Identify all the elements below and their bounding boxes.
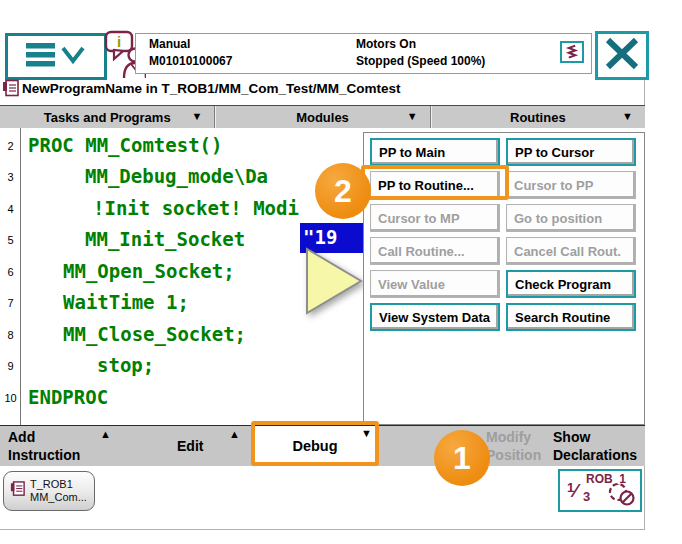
program-editor-icon [10,479,25,503]
chevron-up-icon: ▲ [100,428,111,440]
chevron-down-icon: ▼ [191,110,202,122]
show-declarations-menu[interactable]: Show Declarations [553,428,658,464]
chevron-up-icon: ▲ [229,428,240,440]
hamburger-menu-icon [25,41,87,73]
code-line[interactable]: MM_Close_Socket; [63,323,246,345]
task-name: T_ROB1 [30,478,73,490]
breadcrumb: NewProgramName in T_ROB1/MM_Com_Test/MM_… [22,81,401,96]
line-number: 8 [2,329,19,341]
code-line[interactable]: MM_Debug_mode\Da [85,165,268,187]
line-number: 2 [2,140,19,152]
program-editor-icon [2,79,19,98]
edit-menu[interactable]: Edit [177,437,203,455]
quickset-icon[interactable] [560,41,584,63]
task-program-taskbar-button[interactable]: T_ROB1 MM_Com... [3,471,95,511]
add-instruction-menu[interactable]: Add Instruction [8,428,103,464]
pointer-arrow-annotation [303,245,365,323]
code-line[interactable]: ENDPROC [28,386,108,408]
cursor-to-mp-button[interactable]: Cursor to MP [370,204,500,232]
search-routine-button[interactable]: Search Routine [506,303,636,331]
motor-state: Motors On [356,37,416,51]
annotation-rect-pp-to-routine [361,165,509,200]
mechanical-unit-status[interactable]: ROB_1 1 ⁄ 3 [558,469,642,512]
operating-mode: Manual [149,37,190,51]
close-icon [601,35,643,76]
chevron-down-icon: ▼ [407,110,418,122]
svg-text:i: i [117,33,121,50]
cancel-call-rout-button[interactable]: Cancel Call Rout. [506,237,636,265]
view-value-button[interactable]: View Value [370,270,500,298]
code-line[interactable]: MM_Open_Socket; [63,260,235,282]
line-number: 9 [2,360,19,372]
pp-to-main-button[interactable]: PP to Main [370,138,500,166]
tab-label: Tasks and Programs [44,110,171,125]
cursor-to-pp-button[interactable]: Cursor to PP [506,171,636,199]
annotation-rect-debug [251,421,379,466]
speed-fraction-denominator: 3 [583,489,590,504]
line-number: 10 [2,392,19,404]
tab-tasks-and-programs[interactable]: Tasks and Programs ▼ [0,106,214,129]
tab-label: Modules [296,110,349,125]
pp-to-cursor-button[interactable]: PP to Cursor [506,138,636,166]
controller-id: M01010100067 [149,54,232,68]
motors-off-icon [606,481,636,511]
line-number: 5 [2,234,19,246]
line-number: 7 [2,297,19,309]
code-line[interactable]: !Init socket! Modi [93,197,299,219]
chevron-down-icon: ▼ [622,110,633,122]
line-number: 6 [2,266,19,278]
code-line[interactable]: PROC MM_Comtest() [28,134,222,156]
close-button[interactable] [595,31,649,80]
execution-state: Stopped (Speed 100%) [356,54,485,68]
main-menu-button[interactable] [5,33,107,80]
code-line[interactable]: stop; [97,354,154,376]
view-system-data-button[interactable]: View System Data [370,303,500,331]
controller-status-bar[interactable]: Manual M01010100067 Motors On Stopped (S… [135,33,592,74]
tab-modules[interactable]: Modules ▼ [214,106,429,129]
module-name: MM_Com... [30,491,87,503]
go-to-position-button[interactable]: Go to position [506,204,636,232]
line-number: 3 [2,171,19,183]
code-line[interactable]: MM_Init_Socket [85,228,245,250]
annotation-step-badge: 2 [315,163,371,219]
window-bottom-edge [0,529,645,530]
annotation-step-badge: 1 [434,430,490,486]
gutter-divider [20,128,21,425]
editor-tab-bar: Tasks and Programs ▼ Modules ▼ Routines … [0,105,645,130]
code-line[interactable]: WaitTime 1; [63,291,189,313]
tab-routines[interactable]: Routines ▼ [430,106,645,129]
line-number: 4 [2,203,19,215]
tab-label: Routines [510,110,566,125]
check-program-button[interactable]: Check Program [506,270,636,298]
fraction-slash: ⁄ [574,480,577,502]
call-routine-button[interactable]: Call Routine... [370,237,500,265]
flexpendant-screen: i Manual M01010100067 Motors On Stopped … [0,0,682,544]
